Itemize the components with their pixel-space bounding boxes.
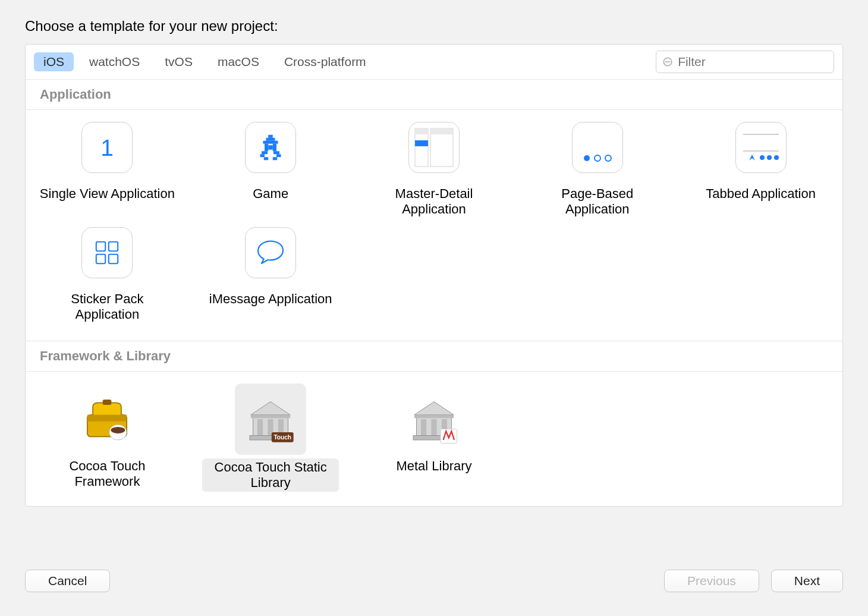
svg-point-27 (767, 155, 772, 160)
svg-rect-52 (431, 419, 436, 436)
next-button[interactable]: Next (771, 570, 843, 592)
template-cocoa-touch-framework[interactable]: Cocoa Touch Framework (26, 378, 189, 496)
svg-rect-13 (264, 157, 269, 160)
toolbox-icon (71, 384, 143, 455)
svg-point-22 (605, 155, 611, 161)
template-tabbed[interactable]: Tabbed Application (679, 116, 842, 221)
svg-rect-8 (268, 145, 273, 150)
template-label: Sticker Pack Application (39, 291, 175, 323)
svg-point-26 (760, 155, 765, 160)
svg-rect-31 (96, 254, 105, 263)
svg-point-38 (111, 426, 125, 433)
game-sprite-icon (245, 122, 296, 173)
svg-rect-1 (665, 61, 671, 62)
tab-cross-platform[interactable]: Cross-platform (275, 52, 376, 71)
template-panel: iOS watchOS tvOS macOS Cross-platform Ap… (25, 44, 843, 507)
framework-grid: Cocoa Touch Framework Touch Cocoa Touch … (26, 372, 842, 507)
page-dots-icon (572, 122, 623, 173)
tab-watchos[interactable]: watchOS (80, 52, 149, 71)
section-header-application: Application (26, 80, 842, 110)
svg-point-20 (584, 155, 590, 161)
template-metal-library[interactable]: Metal Library (353, 378, 516, 496)
svg-text:Touch: Touch (274, 434, 292, 441)
svg-rect-17 (415, 140, 428, 146)
template-label: Cocoa Touch Framework (39, 458, 175, 490)
svg-rect-30 (109, 242, 118, 251)
template-label: Cocoa Touch Static Library (202, 458, 339, 492)
application-grid: 1 Single View Application Game (26, 110, 842, 341)
template-cocoa-touch-static-library[interactable]: Touch Cocoa Touch Static Library (189, 378, 353, 496)
svg-marker-49 (414, 401, 454, 414)
svg-rect-7 (273, 144, 276, 152)
filter-icon (662, 56, 673, 68)
svg-rect-51 (421, 419, 426, 436)
platform-tabbar: iOS watchOS tvOS macOS Cross-platform (26, 45, 842, 80)
svg-rect-5 (263, 141, 278, 144)
template-label: iMessage Application (209, 291, 332, 307)
previous-button: Previous (664, 570, 759, 592)
filter-field-wrap (656, 51, 834, 73)
svg-rect-11 (260, 154, 265, 157)
svg-rect-16 (415, 128, 428, 134)
svg-rect-32 (109, 254, 118, 263)
tab-ios[interactable]: iOS (34, 52, 74, 71)
template-imessage[interactable]: iMessage Application (189, 221, 353, 326)
template-label: Tabbed Application (706, 186, 816, 202)
svg-rect-41 (251, 414, 290, 418)
digit-one-icon: 1 (81, 122, 133, 173)
library-touch-icon: Touch (235, 384, 306, 455)
library-metal-icon (398, 384, 470, 455)
template-label: Master-Detail Application (366, 186, 502, 218)
svg-point-21 (595, 155, 600, 161)
template-game[interactable]: Game (189, 116, 353, 221)
svg-rect-35 (103, 399, 112, 404)
svg-rect-34 (87, 414, 127, 421)
svg-rect-3 (268, 135, 273, 138)
svg-rect-6 (265, 144, 268, 152)
tab-macos[interactable]: macOS (208, 52, 269, 71)
tabbed-icon (735, 122, 787, 173)
tab-tvos[interactable]: tvOS (155, 52, 202, 71)
dialog-footer: Cancel Previous Next (25, 551, 843, 592)
svg-rect-50 (414, 414, 454, 418)
svg-rect-12 (276, 154, 281, 157)
svg-rect-29 (96, 242, 105, 251)
svg-rect-14 (273, 157, 278, 160)
template-master-detail[interactable]: Master-Detail Application (353, 116, 516, 221)
section-header-framework-library: Framework & Library (26, 341, 842, 372)
template-sticker-pack[interactable]: Sticker Pack Application (26, 221, 189, 326)
svg-rect-42 (257, 419, 263, 436)
speech-bubble-icon (245, 227, 296, 278)
template-label: Metal Library (396, 458, 471, 474)
template-label: Game (253, 186, 288, 202)
svg-rect-10 (273, 151, 279, 154)
master-detail-icon (408, 122, 460, 173)
grid-squares-icon (81, 227, 133, 278)
svg-rect-4 (266, 138, 275, 141)
svg-point-28 (774, 155, 779, 160)
svg-marker-25 (749, 155, 755, 161)
svg-marker-40 (251, 401, 290, 414)
template-single-view[interactable]: 1 Single View Application (26, 116, 189, 221)
template-label: Single View Application (40, 186, 175, 202)
template-label: Page-Based Application (529, 186, 666, 218)
cancel-button[interactable]: Cancel (25, 570, 110, 592)
svg-text:1: 1 (101, 135, 114, 161)
template-page-based[interactable]: Page-Based Application (515, 116, 679, 221)
filter-input[interactable] (678, 55, 828, 69)
page-title: Choose a template for your new project: (25, 18, 843, 34)
svg-rect-9 (262, 151, 268, 154)
svg-rect-19 (430, 128, 453, 134)
